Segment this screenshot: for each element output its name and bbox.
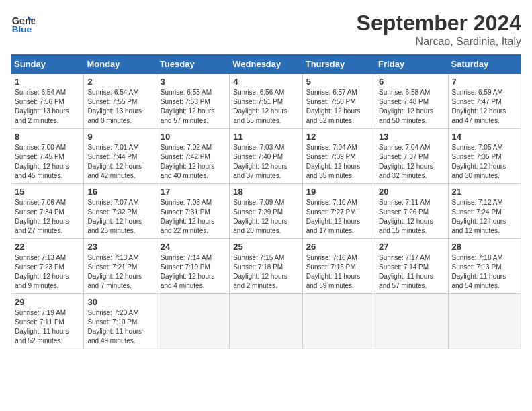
day-info: Sunrise: 7:09 AMSunset: 7:29 PMDaylight:…	[233, 198, 298, 236]
day-info: Sunrise: 6:59 AMSunset: 7:47 PMDaylight:…	[452, 88, 517, 126]
day-cell: 27 Sunrise: 7:17 AMSunset: 7:14 PMDaylig…	[375, 239, 448, 294]
day-cell: 26 Sunrise: 7:16 AMSunset: 7:16 PMDaylig…	[302, 239, 375, 294]
day-cell: 8 Sunrise: 7:00 AMSunset: 7:45 PMDayligh…	[11, 129, 84, 184]
day-cell: 17 Sunrise: 7:08 AMSunset: 7:31 PMDaylig…	[157, 184, 229, 239]
page-header: General Blue September 2024 Narcao, Sard…	[11, 11, 521, 48]
day-cell: 9 Sunrise: 7:01 AMSunset: 7:44 PMDayligh…	[84, 129, 157, 184]
day-info: Sunrise: 6:58 AMSunset: 7:48 PMDaylight:…	[379, 88, 444, 126]
day-number: 5	[306, 77, 371, 87]
day-number: 26	[306, 242, 371, 252]
day-cell: 3 Sunrise: 6:55 AMSunset: 7:53 PMDayligh…	[157, 74, 229, 129]
day-number: 4	[233, 77, 298, 87]
day-info: Sunrise: 7:08 AMSunset: 7:31 PMDaylight:…	[161, 198, 226, 236]
day-cell: 4 Sunrise: 6:56 AMSunset: 7:51 PMDayligh…	[230, 74, 302, 129]
day-cell: 29 Sunrise: 7:19 AMSunset: 7:11 PMDaylig…	[11, 294, 84, 349]
day-info: Sunrise: 6:55 AMSunset: 7:53 PMDaylight:…	[161, 88, 226, 126]
day-info: Sunrise: 7:19 AMSunset: 7:11 PMDaylight:…	[15, 308, 80, 346]
day-cell	[448, 294, 521, 349]
day-cell: 19 Sunrise: 7:10 AMSunset: 7:27 PMDaylig…	[302, 184, 375, 239]
day-info: Sunrise: 7:14 AMSunset: 7:19 PMDaylight:…	[161, 253, 226, 291]
day-info: Sunrise: 7:04 AMSunset: 7:37 PMDaylight:…	[379, 143, 444, 181]
day-cell: 22 Sunrise: 7:13 AMSunset: 7:23 PMDaylig…	[11, 239, 84, 294]
day-number: 27	[379, 242, 444, 252]
day-number: 29	[15, 297, 80, 307]
day-info: Sunrise: 7:16 AMSunset: 7:16 PMDaylight:…	[306, 253, 371, 291]
day-number: 23	[87, 242, 152, 252]
day-number: 13	[379, 132, 444, 142]
day-number: 14	[452, 132, 517, 142]
day-cell	[157, 294, 229, 349]
day-number: 18	[233, 187, 298, 197]
title-area: September 2024 Narcao, Sardinia, Italy	[357, 11, 521, 48]
day-number: 24	[161, 242, 226, 252]
day-cell: 21 Sunrise: 7:12 AMSunset: 7:24 PMDaylig…	[448, 184, 521, 239]
day-number: 10	[161, 132, 226, 142]
day-cell: 10 Sunrise: 7:02 AMSunset: 7:42 PMDaylig…	[157, 129, 229, 184]
day-cell: 2 Sunrise: 6:54 AMSunset: 7:55 PMDayligh…	[84, 74, 157, 129]
day-cell: 7 Sunrise: 6:59 AMSunset: 7:47 PMDayligh…	[448, 74, 521, 129]
day-cell: 28 Sunrise: 7:18 AMSunset: 7:13 PMDaylig…	[448, 239, 521, 294]
day-cell: 16 Sunrise: 7:07 AMSunset: 7:32 PMDaylig…	[84, 184, 157, 239]
calendar-table: SundayMondayTuesdayWednesdayThursdayFrid…	[11, 54, 521, 349]
day-number: 28	[452, 242, 517, 252]
weekday-header: Tuesday	[157, 55, 229, 74]
day-info: Sunrise: 7:04 AMSunset: 7:39 PMDaylight:…	[306, 143, 371, 181]
day-number: 20	[379, 187, 444, 197]
day-info: Sunrise: 7:02 AMSunset: 7:42 PMDaylight:…	[161, 143, 226, 181]
day-info: Sunrise: 7:20 AMSunset: 7:10 PMDaylight:…	[87, 308, 152, 346]
logo-icon: General Blue	[11, 11, 35, 35]
day-cell: 20 Sunrise: 7:11 AMSunset: 7:26 PMDaylig…	[375, 184, 448, 239]
day-info: Sunrise: 7:07 AMSunset: 7:32 PMDaylight:…	[87, 198, 152, 236]
day-number: 7	[452, 77, 517, 87]
day-number: 22	[15, 242, 80, 252]
weekday-header: Saturday	[448, 55, 521, 74]
weekday-header: Thursday	[302, 55, 375, 74]
day-info: Sunrise: 7:15 AMSunset: 7:18 PMDaylight:…	[233, 253, 298, 291]
day-info: Sunrise: 7:05 AMSunset: 7:35 PMDaylight:…	[452, 143, 517, 181]
day-number: 12	[306, 132, 371, 142]
month-title: September 2024	[357, 11, 521, 36]
day-cell: 25 Sunrise: 7:15 AMSunset: 7:18 PMDaylig…	[230, 239, 302, 294]
day-info: Sunrise: 7:01 AMSunset: 7:44 PMDaylight:…	[87, 143, 152, 181]
day-cell	[230, 294, 302, 349]
day-number: 17	[161, 187, 226, 197]
day-number: 19	[306, 187, 371, 197]
svg-text:Blue: Blue	[12, 24, 32, 34]
day-cell: 18 Sunrise: 7:09 AMSunset: 7:29 PMDaylig…	[230, 184, 302, 239]
day-info: Sunrise: 7:06 AMSunset: 7:34 PMDaylight:…	[15, 198, 80, 236]
day-number: 25	[233, 242, 298, 252]
day-number: 2	[87, 77, 152, 87]
week-row: 29 Sunrise: 7:19 AMSunset: 7:11 PMDaylig…	[11, 294, 521, 349]
week-row: 1 Sunrise: 6:54 AMSunset: 7:56 PMDayligh…	[11, 74, 521, 129]
day-info: Sunrise: 6:54 AMSunset: 7:56 PMDaylight:…	[15, 88, 80, 126]
week-row: 22 Sunrise: 7:13 AMSunset: 7:23 PMDaylig…	[11, 239, 521, 294]
header-row: SundayMondayTuesdayWednesdayThursdayFrid…	[11, 55, 521, 74]
day-cell: 14 Sunrise: 7:05 AMSunset: 7:35 PMDaylig…	[448, 129, 521, 184]
day-cell: 5 Sunrise: 6:57 AMSunset: 7:50 PMDayligh…	[302, 74, 375, 129]
day-cell: 30 Sunrise: 7:20 AMSunset: 7:10 PMDaylig…	[84, 294, 157, 349]
day-cell: 15 Sunrise: 7:06 AMSunset: 7:34 PMDaylig…	[11, 184, 84, 239]
weekday-header: Sunday	[11, 55, 84, 74]
day-cell	[302, 294, 375, 349]
week-row: 8 Sunrise: 7:00 AMSunset: 7:45 PMDayligh…	[11, 129, 521, 184]
day-info: Sunrise: 6:54 AMSunset: 7:55 PMDaylight:…	[87, 88, 152, 126]
day-number: 16	[87, 187, 152, 197]
day-number: 8	[15, 132, 80, 142]
day-cell	[375, 294, 448, 349]
day-info: Sunrise: 7:12 AMSunset: 7:24 PMDaylight:…	[452, 198, 517, 236]
day-cell: 24 Sunrise: 7:14 AMSunset: 7:19 PMDaylig…	[157, 239, 229, 294]
day-cell: 6 Sunrise: 6:58 AMSunset: 7:48 PMDayligh…	[375, 74, 448, 129]
day-number: 11	[233, 132, 298, 142]
day-info: Sunrise: 7:13 AMSunset: 7:23 PMDaylight:…	[15, 253, 80, 291]
day-number: 6	[379, 77, 444, 87]
logo: General Blue	[11, 11, 35, 35]
week-row: 15 Sunrise: 7:06 AMSunset: 7:34 PMDaylig…	[11, 184, 521, 239]
day-info: Sunrise: 7:03 AMSunset: 7:40 PMDaylight:…	[233, 143, 298, 181]
day-number: 15	[15, 187, 80, 197]
day-cell: 11 Sunrise: 7:03 AMSunset: 7:40 PMDaylig…	[230, 129, 302, 184]
location-title: Narcao, Sardinia, Italy	[357, 36, 521, 48]
weekday-header: Monday	[84, 55, 157, 74]
day-number: 30	[87, 297, 152, 307]
day-number: 3	[161, 77, 226, 87]
day-info: Sunrise: 7:10 AMSunset: 7:27 PMDaylight:…	[306, 198, 371, 236]
